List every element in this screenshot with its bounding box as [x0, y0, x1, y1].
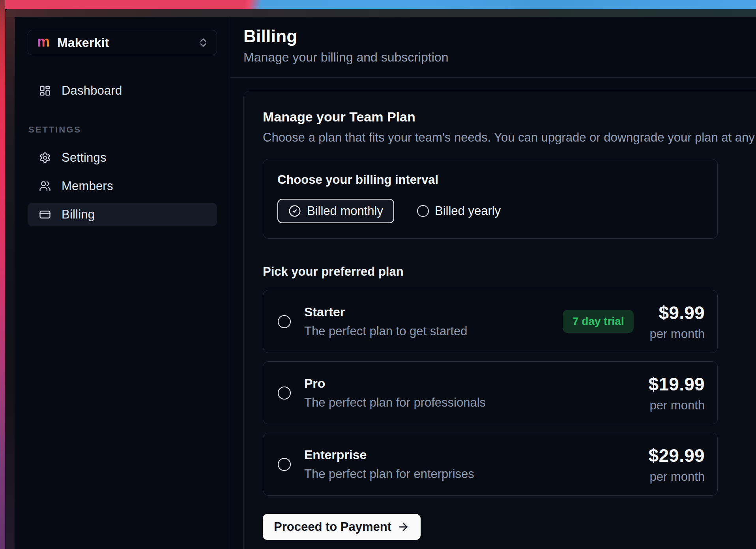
radio-circle-icon[interactable]	[278, 387, 291, 400]
main-content: Billing Manage your billing and subscrip…	[230, 17, 756, 549]
makerkit-logo-icon: m	[37, 35, 50, 49]
sidebar: m Makerkit Dashboard	[15, 17, 230, 549]
users-icon	[39, 180, 51, 192]
window-titlebar[interactable]	[5, 9, 756, 17]
sidebar-nav: Dashboard SETTINGS Settings	[28, 79, 217, 226]
sidebar-item-label: Settings	[62, 151, 107, 165]
sidebar-item-members[interactable]: Members	[28, 174, 217, 198]
billing-interval-label: Choose your billing interval	[277, 173, 703, 187]
plan-period: per month	[649, 470, 705, 484]
dashboard-icon	[39, 85, 51, 97]
billed-monthly-option[interactable]: Billed monthly	[277, 199, 394, 223]
sidebar-section-settings: SETTINGS	[28, 125, 217, 135]
billed-monthly-label: Billed monthly	[307, 204, 383, 218]
trial-badge: 7 day trial	[563, 310, 634, 333]
billing-interval-options: Billed monthly Billed yearly	[277, 199, 703, 223]
billed-yearly-option[interactable]: Billed yearly	[417, 204, 501, 218]
plan-price: $19.99	[649, 373, 705, 395]
desktop-wallpaper-left	[0, 0, 5, 549]
page-subtitle: Manage your billing and subscription	[243, 50, 748, 65]
plan-name: Pro	[304, 376, 486, 391]
team-plan-card: Manage your Team Plan Choose a plan that…	[243, 91, 756, 549]
credit-card-icon	[39, 209, 51, 220]
gear-icon	[39, 152, 51, 164]
plan-description: The perfect plan to get started	[304, 324, 468, 338]
proceed-to-payment-label: Proceed to Payment	[274, 520, 391, 534]
sidebar-item-dashboard[interactable]: Dashboard	[28, 79, 217, 103]
chevrons-up-down-icon	[198, 37, 209, 48]
card-subtitle: Choose a plan that fits your team's need…	[263, 131, 756, 145]
page-content: Manage your Team Plan Choose a plan that…	[230, 78, 756, 549]
plan-row-enterprise[interactable]: Enterprise The perfect plan for enterpri…	[263, 433, 718, 496]
billed-yearly-label: Billed yearly	[435, 204, 501, 218]
app-window: m Makerkit Dashboard	[5, 9, 756, 549]
plan-period: per month	[649, 327, 705, 341]
plan-description: The perfect plan for professionals	[304, 396, 486, 410]
sidebar-item-label: Members	[62, 179, 113, 193]
plan-name: Enterprise	[304, 448, 474, 462]
card-title: Manage your Team Plan	[263, 109, 756, 125]
billing-interval-box: Choose your billing interval Billed mont…	[263, 159, 718, 239]
plan-price: $29.99	[649, 445, 705, 466]
radio-circle-icon	[417, 205, 429, 217]
proceed-to-payment-button[interactable]: Proceed to Payment	[263, 514, 421, 540]
sidebar-item-settings[interactable]: Settings	[28, 146, 217, 170]
check-circle-icon	[288, 205, 301, 217]
plan-name: Starter	[304, 305, 468, 319]
plan-period: per month	[649, 398, 705, 413]
sidebar-item-billing[interactable]: Billing	[28, 203, 217, 226]
radio-circle-icon[interactable]	[278, 458, 291, 471]
page-title: Billing	[243, 26, 748, 46]
plans-label: Pick your preferred plan	[263, 265, 756, 279]
plan-list: Starter The perfect plan to get started …	[263, 290, 718, 496]
plan-price: $9.99	[649, 302, 705, 323]
workspace-name: Makerkit	[57, 35, 109, 50]
plan-row-starter[interactable]: Starter The perfect plan to get started …	[263, 290, 718, 353]
window-edge	[5, 17, 15, 549]
radio-circle-icon[interactable]	[278, 315, 291, 328]
sidebar-item-label: Dashboard	[62, 84, 122, 98]
arrow-right-icon	[397, 521, 410, 533]
plan-description: The perfect plan for enterprises	[304, 467, 474, 481]
page-header: Billing Manage your billing and subscrip…	[230, 17, 756, 78]
app-root: m Makerkit Dashboard	[15, 17, 756, 549]
desktop-wallpaper-top	[0, 0, 756, 9]
plan-row-pro[interactable]: Pro The perfect plan for professionals $…	[263, 361, 718, 424]
workspace-selector[interactable]: m Makerkit	[28, 30, 217, 55]
sidebar-item-label: Billing	[62, 207, 95, 222]
